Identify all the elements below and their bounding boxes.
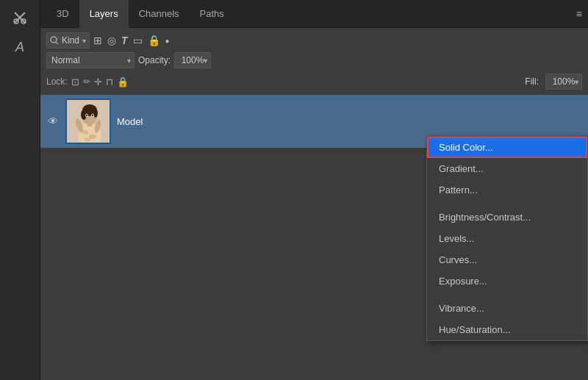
adjustment-icon[interactable]: 🔒 <box>148 35 160 46</box>
svg-point-8 <box>82 130 88 135</box>
tab-bar: 3D Layers Channels Paths ≡ <box>40 0 588 28</box>
svg-point-10 <box>85 137 90 142</box>
lock-pixels-icon[interactable]: ⊡ <box>71 76 79 87</box>
lock-icons: ⊡ ✏ ✛ ⊓ 🔒 <box>71 76 129 87</box>
menu-separator-2 <box>427 292 587 298</box>
layer-visibility-icon[interactable]: 👁 <box>46 115 60 128</box>
svg-line-5 <box>56 42 58 44</box>
svg-point-9 <box>89 135 96 139</box>
opacity-label: Opacity: <box>138 55 171 65</box>
menu-item-pattern[interactable]: Pattern... <box>427 179 587 201</box>
menu-item-hue-saturation[interactable]: Hue/Saturation... <box>427 319 587 340</box>
panel-menu-icon[interactable]: ≡ <box>576 8 582 20</box>
cut-tool[interactable] <box>8 6 32 29</box>
menu-item-solid-color[interactable]: Solid Color... <box>427 137 587 158</box>
svg-point-4 <box>51 37 57 43</box>
layer-thumbnail <box>65 98 111 144</box>
lock-artboard-icon[interactable]: ⊓ <box>106 76 113 87</box>
shape-filter-icon[interactable]: ◎ <box>107 35 116 46</box>
opacity-input[interactable] <box>174 52 211 68</box>
tab-3d[interactable]: 3D <box>46 0 79 28</box>
left-toolbar: A <box>0 0 40 380</box>
blend-mode-wrapper: Normal <box>46 52 135 68</box>
kind-dropdown[interactable]: Kind ▾ <box>46 32 90 49</box>
svg-point-19 <box>92 115 93 117</box>
menu-item-vibrance[interactable]: Vibrance... <box>427 298 587 319</box>
main-panel: 3D Layers Channels Paths ≡ Kind ▾ <box>40 0 588 380</box>
blend-row: Normal Opacity: ▾ <box>46 52 582 68</box>
tab-channels[interactable]: Channels <box>129 0 190 28</box>
search-icon <box>50 36 59 45</box>
blend-mode-select[interactable]: Normal <box>46 52 135 68</box>
lock-row: Lock: ⊡ ✏ ✛ ⊓ 🔒 Fill: ▾ <box>40 71 588 92</box>
dot-icon[interactable]: ● <box>165 37 170 45</box>
menu-item-curves[interactable]: Curves... <box>427 249 587 270</box>
smart-obj-icon[interactable]: ▭ <box>133 35 143 46</box>
tab-layers[interactable]: Layers <box>79 0 129 28</box>
panel-toolbar: Kind ▾ ⊞ ◎ T ▭ 🔒 ● Normal <box>40 28 588 71</box>
fill-input[interactable] <box>545 74 582 90</box>
menu-item-levels[interactable]: Levels... <box>427 228 587 249</box>
lock-all-icon[interactable]: 🔒 <box>117 76 129 87</box>
svg-point-15 <box>93 109 98 118</box>
svg-point-18 <box>86 115 87 117</box>
type-filter-icon[interactable]: T <box>121 35 128 46</box>
menu-item-exposure[interactable]: Exposure... <box>427 270 587 292</box>
layer-name: Model <box>117 116 143 127</box>
lock-move-icon[interactable]: ✛ <box>94 76 102 87</box>
filter-icons: ⊞ ◎ T ▭ 🔒 ● <box>93 35 170 46</box>
fill-label: Fill: <box>525 76 539 87</box>
menu-item-gradient[interactable]: Gradient... <box>427 158 587 179</box>
fill-wrapper: ▾ <box>545 74 582 90</box>
lock-position-icon[interactable]: ✏ <box>83 76 90 87</box>
menu-item-brightness-contrast[interactable]: Brightness/Contrast... <box>427 207 587 228</box>
pixel-filter-icon[interactable]: ⊞ <box>93 35 102 46</box>
menu-separator-1 <box>427 201 587 207</box>
layers-content: 👁 <box>40 92 588 380</box>
kind-chevron: ▾ <box>82 37 86 45</box>
type-tool[interactable]: A <box>8 35 32 59</box>
tab-paths[interactable]: Paths <box>190 0 234 28</box>
kind-row: Kind ▾ ⊞ ◎ T ▭ 🔒 ● <box>46 32 582 49</box>
opacity-wrapper: ▾ <box>174 52 211 68</box>
lock-label: Lock: <box>46 76 68 87</box>
adjustment-dropdown: Solid Color... Gradient... Pattern... Br… <box>426 136 588 341</box>
